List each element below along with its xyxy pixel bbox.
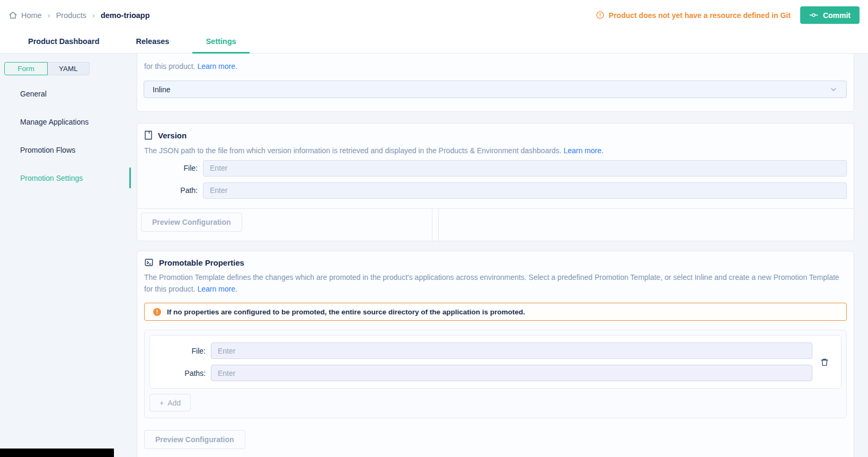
property-item-card: File: Paths: — [149, 335, 842, 389]
promotable-warning-banner: ! If no properties are configured to be … — [144, 303, 847, 321]
learn-more-link[interactable]: Learn more. — [197, 285, 237, 293]
warning-filled-icon: ! — [153, 308, 161, 316]
breadcrumb-separator-icon: › — [48, 11, 50, 20]
sidebar-item-general[interactable]: General — [0, 80, 131, 108]
promotable-properties-card: Promotable Properties The Promotion Temp… — [137, 251, 854, 457]
promotion-template-dropdown[interactable]: Inline — [144, 81, 847, 98]
toggle-form-button[interactable]: Form — [4, 62, 48, 75]
promotion-template-card: for this product. Learn more. Inline — [137, 54, 854, 112]
sidebar-item-promotion-settings[interactable]: Promotion Settings — [0, 164, 131, 192]
tab-releases[interactable]: Releases — [123, 30, 183, 54]
property-file-row: File: — [150, 342, 841, 359]
screen-artifact-bar — [0, 449, 114, 457]
git-warning-text: Product does not yet have a resource def… — [609, 11, 791, 20]
toggle-yaml-button[interactable]: YAML — [48, 62, 90, 75]
breadcrumb-products-label: Products — [56, 11, 86, 20]
form-yaml-toggle: Form YAML — [4, 62, 131, 75]
version-card-title: Version — [158, 131, 187, 140]
version-path-row: Path: — [144, 182, 847, 199]
commit-button-label: Commit — [823, 11, 851, 20]
property-paths-label: Paths: — [150, 369, 211, 377]
breadcrumb-current: demo-trioapp — [101, 11, 150, 20]
version-description: The JSON path to the file from which ver… — [144, 145, 604, 156]
breadcrumb-products[interactable]: Products — [56, 11, 86, 20]
terminal-icon — [144, 258, 154, 267]
sidebar-item-promotion-flows[interactable]: Promotion Flows — [0, 136, 131, 164]
tab-bar: Product Dashboard Releases Settings — [0, 30, 868, 54]
warning-banner-text: If no properties are configured to be pr… — [167, 308, 525, 316]
settings-content: for this product. Learn more. Inline — [131, 54, 868, 457]
alert-circle-icon — [596, 11, 605, 20]
promotable-properties-group: File: Paths: — [144, 330, 847, 418]
breadcrumb-home[interactable]: Home — [8, 11, 42, 20]
version-file-row: File: — [144, 160, 847, 177]
version-path-input[interactable] — [203, 182, 847, 199]
promotable-card-title: Promotable Properties — [159, 258, 244, 267]
add-property-button[interactable]: + Add — [149, 394, 191, 411]
sidebar-item-manage-applications[interactable]: Manage Applications — [0, 108, 131, 136]
breadcrumb: Home › Products › demo-trioapp — [8, 11, 150, 20]
preview-configuration-button[interactable]: Preview Configuration — [144, 430, 245, 449]
home-icon — [8, 11, 17, 20]
promotable-card-header: Promotable Properties — [144, 258, 847, 267]
property-paths-row: Paths: — [150, 365, 841, 381]
version-footer-right-panel — [438, 209, 854, 241]
chevron-down-icon — [829, 85, 838, 94]
settings-sidebar: Form YAML General Manage Applications Pr… — [0, 54, 131, 457]
property-file-input[interactable] — [211, 342, 812, 359]
plus-icon: + — [160, 399, 164, 407]
topbar-right: Product does not yet have a resource def… — [596, 6, 860, 24]
git-resource-warning: Product does not yet have a resource def… — [596, 11, 791, 20]
version-footer-left-panel: Preview Configuration — [137, 209, 432, 241]
dropdown-selected-value: Inline — [153, 85, 170, 94]
trash-icon — [820, 357, 829, 367]
promotion-template-text: for this product. Learn more. — [144, 60, 237, 72]
app-window: Home › Products › demo-trioapp Product d… — [0, 0, 868, 457]
version-card-footer: Preview Configuration — [137, 208, 854, 241]
version-card-header: Version — [144, 130, 187, 140]
version-file-input[interactable] — [203, 160, 847, 177]
git-commit-icon — [809, 11, 818, 20]
version-path-label: Path: — [144, 186, 203, 195]
tab-product-dashboard[interactable]: Product Dashboard — [15, 30, 113, 54]
promotable-description-text: The Promotion Template defines the chang… — [144, 273, 839, 293]
property-file-label: File: — [150, 347, 211, 355]
tab-settings[interactable]: Settings — [192, 30, 249, 54]
version-description-text: The JSON path to the file from which ver… — [144, 146, 562, 155]
version-card: Version The JSON path to the file from w… — [137, 123, 854, 241]
version-file-icon — [144, 130, 153, 140]
sidebar-menu: General Manage Applications Promotion Fl… — [0, 80, 131, 192]
top-bar: Home › Products › demo-trioapp Product d… — [0, 0, 868, 30]
breadcrumb-separator-icon: › — [92, 11, 95, 20]
learn-more-link[interactable]: Learn more. — [563, 146, 603, 155]
version-file-label: File: — [144, 164, 203, 172]
commit-button[interactable]: Commit — [800, 6, 860, 24]
promotable-description: The Promotion Template defines the chang… — [144, 271, 844, 295]
breadcrumb-home-label: Home — [21, 11, 42, 20]
promotion-template-trailing-text: for this product. — [144, 62, 196, 71]
property-paths-input[interactable] — [211, 365, 812, 381]
preview-configuration-button[interactable]: Preview Configuration — [141, 213, 242, 232]
learn-more-link[interactable]: Learn more. — [197, 62, 237, 71]
add-button-label: Add — [167, 399, 181, 407]
footer-panel-gap — [432, 209, 438, 241]
delete-property-button[interactable] — [818, 355, 831, 369]
